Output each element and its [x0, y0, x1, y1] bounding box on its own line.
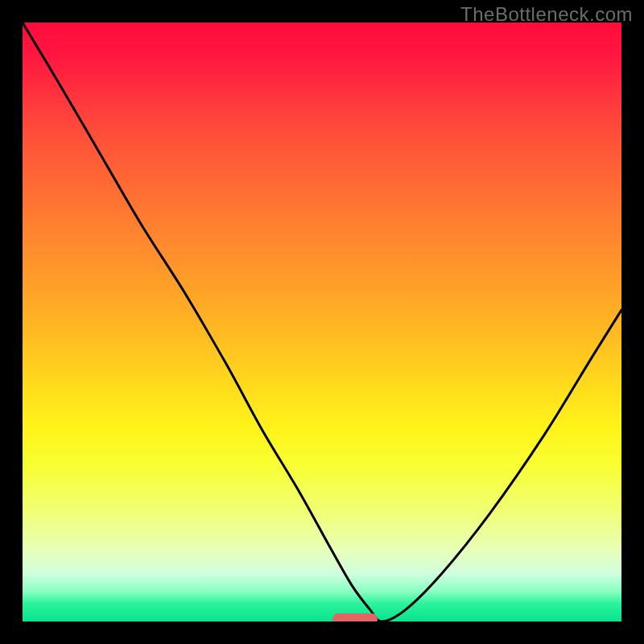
chart-frame: TheBottleneck.com [0, 0, 644, 644]
watermark-text: TheBottleneck.com [460, 3, 633, 26]
optimal-point-marker [332, 613, 378, 621]
plot-area [23, 23, 621, 621]
bottleneck-curve [23, 23, 621, 621]
curve-path [23, 23, 621, 621]
